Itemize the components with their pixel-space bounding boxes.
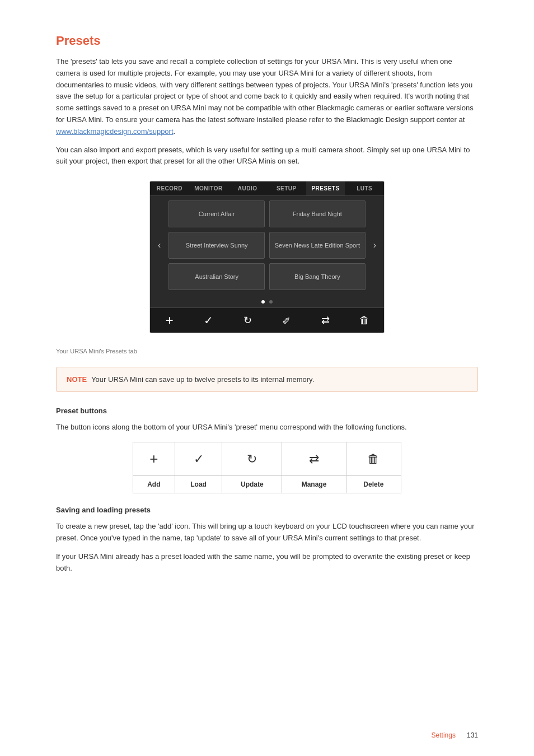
preset-buttons-title: Preset buttons <box>56 405 478 417</box>
icon-manage: ⇄ <box>282 442 346 476</box>
arrow-left[interactable]: ‹ <box>156 238 163 253</box>
note-text: Your URSA Mini can save up to twelve pre… <box>91 375 314 384</box>
saving-paragraph-1: To create a new preset, tap the 'add' ic… <box>56 521 478 544</box>
camera-ui-caption: Your URSA Mini's Presets tab <box>56 347 478 357</box>
tab-setup[interactable]: SETUP <box>267 181 306 195</box>
presets-grid: Current Affair Friday Band Night Street … <box>168 200 365 290</box>
toolbar-manage[interactable]: ⇄ <box>306 314 345 326</box>
toolbar-add[interactable]: + <box>150 312 189 328</box>
icon-delete: 🗑 <box>346 442 401 476</box>
preset-australian-story[interactable]: Australian Story <box>168 263 265 290</box>
tab-record[interactable]: RECORD <box>150 181 189 195</box>
preset-buttons-description: The button icons along the bottom of you… <box>56 422 478 433</box>
bottom-toolbar: + ✓ ↻ ✏ ⇄ 🗑 <box>150 307 384 333</box>
icon-load: ✓ <box>175 442 222 476</box>
label-delete: Delete <box>346 476 401 493</box>
tab-luts[interactable]: LUTS <box>345 181 384 195</box>
icon-update: ↻ <box>222 442 282 476</box>
preset-current-affair[interactable]: Current Affair <box>168 200 265 227</box>
tab-presets[interactable]: PRESETS <box>306 181 345 195</box>
note-label: NOTE <box>67 375 87 384</box>
intro-paragraph-1: The 'presets' tab lets you save and reca… <box>56 56 478 138</box>
label-row: Add Load Update Manage Delete <box>133 476 401 493</box>
pagination-dots <box>150 295 384 307</box>
page-heading: Presets <box>56 34 478 48</box>
arrow-right[interactable]: › <box>371 238 378 253</box>
icon-row: + ✓ ↻ ⇄ 🗑 <box>133 442 401 476</box>
camera-tabs: RECORD MONITOR AUDIO SETUP PRESETS LUTS <box>150 181 384 196</box>
footer-page: 131 <box>467 731 478 739</box>
preset-friday-band-night[interactable]: Friday Band Night <box>269 200 366 227</box>
buttons-table: + ✓ ↻ ⇄ 🗑 Add Load Update Manage Delete <box>133 442 401 493</box>
toolbar-load[interactable]: ✓ <box>189 314 228 327</box>
toolbar-delete[interactable]: 🗑 <box>345 315 384 326</box>
preset-seven-news[interactable]: Seven News Late Edition Sport <box>269 232 366 259</box>
dot-1 <box>261 300 265 304</box>
tab-audio[interactable]: AUDIO <box>228 181 267 195</box>
intro-paragraph-2: You can also import and export presets, … <box>56 144 478 168</box>
preset-street-interview[interactable]: Street Interview Sunny <box>168 232 265 259</box>
presets-row: ‹ Current Affair Friday Band Night Stree… <box>150 196 384 295</box>
dot-2 <box>269 300 273 304</box>
tab-monitor[interactable]: MONITOR <box>189 181 228 195</box>
preset-big-bang[interactable]: Big Bang Theory <box>269 263 366 290</box>
label-manage: Manage <box>282 476 346 493</box>
camera-ui: RECORD MONITOR AUDIO SETUP PRESETS LUTS … <box>149 181 385 333</box>
note-box: NOTEYour URSA Mini can save up to twelve… <box>56 367 478 392</box>
toolbar-update[interactable]: ↻ <box>228 314 267 326</box>
footer-section: Settings <box>432 731 456 739</box>
saving-paragraph-2: If your URSA Mini already has a preset l… <box>56 551 478 575</box>
label-load: Load <box>175 476 222 493</box>
saving-section-title: Saving and loading presets <box>56 505 478 516</box>
icon-add: + <box>133 442 175 476</box>
support-link[interactable]: www.blackmagicdesign.com/support <box>56 127 174 136</box>
page-footer: Settings 131 <box>432 731 478 739</box>
label-update: Update <box>222 476 282 493</box>
label-add: Add <box>133 476 175 493</box>
